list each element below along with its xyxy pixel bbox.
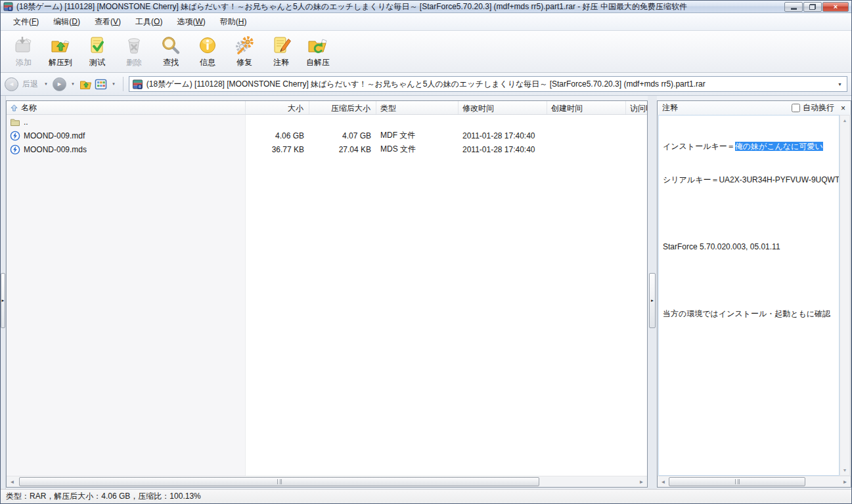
column-header-packed-size[interactable]: 压缩后大小 <box>309 101 376 114</box>
file-name: MOOND-009.mds <box>24 145 87 154</box>
info-button[interactable]: 信息 <box>189 33 226 68</box>
word-wrap-label[interactable]: 自动换行 <box>803 102 834 114</box>
svg-text:R: R <box>9 7 12 10</box>
window-title: (18禁ゲーム) [110128] [MOONSTONE Cherry] 妹ぱら… <box>16 1 780 12</box>
left-panel-expander[interactable]: ► <box>1 273 5 328</box>
comment-panel-title: 注释 <box>662 102 789 114</box>
file-modified: 2011-01-28 17:40:40 <box>459 131 547 140</box>
middle-splitter[interactable]: ► <box>648 96 657 489</box>
table-row-mdf[interactable]: MOOND-009.mdf 4.06 GB 4.07 GB MDF 文件 201… <box>7 129 647 142</box>
file-size: 4.06 GB <box>246 131 309 140</box>
delete-button: 删除 <box>116 33 152 68</box>
file-list-header: 名称 大小 压缩后大小 类型 修改时间 创建时间 访问时间 <box>7 101 647 115</box>
comment-selected-text: 俺の妹がこんなに可愛い <box>735 142 823 151</box>
menu-view[interactable]: 查看(V) <box>87 14 128 30</box>
forward-button[interactable]: ► <box>53 77 66 91</box>
comment-button[interactable]: 注释 <box>263 33 300 68</box>
sort-ascending-icon <box>11 104 18 112</box>
disc-image-icon <box>10 144 20 155</box>
menu-help[interactable]: 帮助(H) <box>213 14 254 30</box>
menu-bar: 文件(F) 编辑(D) 查看(V) 工具(O) 选项(W) 帮助(H) <box>1 13 851 31</box>
address-bar[interactable]: R (18禁ゲーム) [110128] [MOONSTONE Cherry] 妹… <box>129 76 847 92</box>
back-button: ◄ <box>5 77 18 91</box>
scroll-up-icon[interactable]: ▲ <box>840 116 849 125</box>
comment-text[interactable]: インストールキー＝俺の妹がこんなに可愛い シリアルキー＝UA2X-3UR34H-… <box>658 115 840 476</box>
comment-blank-line <box>663 275 838 286</box>
comment-install-key-prefix: インストールキー＝ <box>663 142 735 151</box>
repair-button[interactable]: 修复 <box>226 33 263 68</box>
close-icon: × <box>834 3 838 10</box>
column-header-name[interactable]: 名称 <box>7 101 246 114</box>
scroll-down-icon[interactable]: ▼ <box>840 465 849 475</box>
comment-panel-expander[interactable]: ► <box>649 273 656 328</box>
comment-close-icon[interactable]: × <box>837 104 847 113</box>
scroll-grip-icon <box>277 479 282 484</box>
left-splitter[interactable]: ► <box>1 96 6 489</box>
folder-up-icon <box>10 117 20 127</box>
menu-tools[interactable]: 工具(O) <box>128 14 169 30</box>
comment-horizontal-scrollbar[interactable]: ◄ ► <box>658 476 851 487</box>
forward-dropdown-icon[interactable]: ▼ <box>69 82 77 86</box>
column-header-name-label: 名称 <box>21 102 37 114</box>
file-list-scroll-thumb[interactable] <box>19 477 539 486</box>
mid-expander-arrow-icon: ► <box>650 299 654 303</box>
word-wrap-checkbox[interactable] <box>792 104 800 112</box>
main-toolbar: 添加 解压到 测试 删除 <box>1 31 851 73</box>
delete-button-label: 删除 <box>126 57 142 68</box>
scroll-left-icon[interactable]: ◄ <box>7 476 18 487</box>
comment-vertical-scrollbar[interactable]: ▲ ▼ <box>840 115 850 476</box>
table-row-parent-dir[interactable]: .. <box>7 115 647 129</box>
menu-file[interactable]: 文件(F) <box>6 14 46 30</box>
close-button[interactable]: × <box>822 2 849 12</box>
menu-options[interactable]: 选项(W) <box>169 14 212 30</box>
address-dropdown-icon[interactable]: ▼ <box>835 82 845 87</box>
comment-blank-line <box>663 208 838 219</box>
file-list-panel: 名称 大小 压缩后大小 类型 修改时间 创建时间 访问时间 . <box>6 100 648 488</box>
file-size: 36.77 KB <box>246 145 309 154</box>
status-text: 类型：RAR，解压后大小：4.06 GB，压缩比：100.13% <box>6 491 201 502</box>
scroll-grip-icon <box>735 479 740 484</box>
up-directory-icon[interactable] <box>79 79 92 90</box>
scroll-left-icon[interactable]: ◄ <box>658 476 669 487</box>
file-type: MDF 文件 <box>376 130 459 141</box>
find-button-label: 查找 <box>163 57 179 68</box>
sfx-button[interactable]: 自解压 <box>300 33 336 68</box>
views-dropdown-icon[interactable]: ▼ <box>110 82 118 86</box>
extract-to-button[interactable]: 解压到 <box>42 33 79 68</box>
add-archive-icon <box>13 35 34 56</box>
find-button[interactable]: 查找 <box>152 33 189 68</box>
app-window: R (18禁ゲーム) [110128] [MOONSTONE Cherry] 妹… <box>0 0 852 504</box>
column-header-type[interactable]: 类型 <box>376 101 459 114</box>
status-bar: 类型：RAR，解压后大小：4.06 GB，压缩比：100.13% <box>1 489 851 503</box>
back-dropdown-icon[interactable]: ▼ <box>42 82 50 86</box>
minimize-button[interactable] <box>784 2 803 12</box>
file-list-horizontal-scrollbar[interactable]: ◄ ► <box>7 476 647 487</box>
sorted-column-shade <box>7 115 246 476</box>
column-header-size[interactable]: 大小 <box>246 101 309 114</box>
views-icon[interactable] <box>95 79 107 90</box>
column-header-modified[interactable]: 修改时间 <box>459 101 547 114</box>
column-header-created[interactable]: 创建时间 <box>547 101 626 114</box>
column-header-accessed[interactable]: 访问时间 <box>626 101 647 114</box>
file-modified: 2011-01-28 17:40:40 <box>459 145 547 154</box>
scroll-right-icon[interactable]: ► <box>636 476 647 487</box>
file-packed-size: 4.07 GB <box>309 131 376 140</box>
comment-button-label: 注释 <box>273 57 289 68</box>
find-icon <box>160 35 181 56</box>
minimize-icon <box>791 8 797 10</box>
navbar-separator <box>123 77 123 91</box>
back-button-label: 后退 <box>22 79 38 90</box>
disc-image-icon <box>10 131 20 141</box>
repair-icon <box>234 35 255 56</box>
comment-scroll-thumb[interactable] <box>669 477 805 486</box>
table-row-mds[interactable]: MOOND-009.mds 36.77 KB 27.04 KB MDS 文件 2… <box>7 142 647 156</box>
test-button[interactable]: 测试 <box>79 33 116 68</box>
restore-icon <box>809 4 816 10</box>
menu-edit[interactable]: 编辑(D) <box>46 14 87 30</box>
restore-button[interactable] <box>803 2 822 12</box>
scroll-right-icon[interactable]: ► <box>840 476 851 487</box>
info-button-label: 信息 <box>200 57 215 68</box>
title-bar[interactable]: R (18禁ゲーム) [110128] [MOONSTONE Cherry] 妹… <box>1 1 851 13</box>
address-path: (18禁ゲーム) [110128] [MOONSTONE Cherry] 妹ぱら… <box>146 79 832 90</box>
add-button: 添加 <box>5 33 42 68</box>
